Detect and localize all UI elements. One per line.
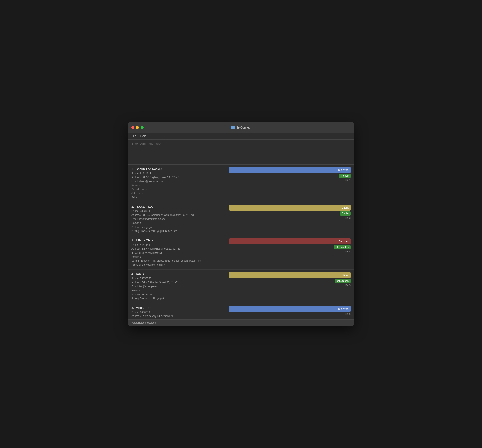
contact-item[interactable]: 3. Tiffany Chua Phone: 44444444Address: … [128,236,354,270]
contact-detail-line: Department: - [131,187,313,191]
maximize-button[interactable] [140,126,144,129]
contact-tag[interactable]: family [340,211,351,216]
contact-type-bar: Supplier [229,239,351,244]
command-input[interactable] [131,142,351,145]
menu-file[interactable]: File [131,134,136,138]
contact-right: Client colleagues ID: 5 [229,272,351,287]
menu-help[interactable]: Help [140,134,147,138]
contact-type-bar: Employee [229,306,351,312]
contact-id: ID: 6 [345,312,351,315]
contact-right: Client family ID: 3 [229,205,351,219]
contact-detail-line: Remark: [131,221,313,225]
contact-detail-line: Skills: [131,196,313,200]
contact-detail-line: Remark: [131,289,313,293]
contact-id: ID: 4 [345,250,351,253]
contact-type-bar: Client [229,272,351,278]
status-bar: ./data/netconnect.json [128,320,354,326]
command-bar [128,140,354,148]
contact-item[interactable]: 4. Tan Siru Phone: 55555555Address: Blk … [128,270,354,303]
traffic-lights [131,126,144,129]
window-title: NetConnect [231,126,251,129]
minimize-button[interactable] [136,126,139,129]
contact-detail-line: Terms of Service: low flexibility [131,263,313,267]
contact-detail-line: Remark: [131,183,313,187]
contact-item[interactable]: 5. Megan Tan Phone: 66666666Address: Pur… [128,303,354,319]
contact-tag[interactable]: classmates [334,245,351,249]
contact-id: ID: 1 [345,179,351,182]
contact-detail-line: Buying Products: milk, yogurt [131,297,313,301]
contact-id: ID: 3 [345,216,351,219]
contact-id: ID: 5 [345,284,351,287]
contact-right: Supplier classmates ID: 4 [229,239,351,253]
contact-detail-line: Preferences: yogurt [131,293,313,297]
title-label: NetConnect [236,126,251,129]
contacts-list: 1. Shaun The Rocker Phone: 91111111Addre… [128,165,354,320]
contact-detail-line: Remark: [131,255,313,259]
contact-right: Employee friends ID: 1 [229,167,351,182]
app-window: NetConnect File Help 1. Shaun The Rocker… [128,122,354,326]
contact-type-bar: Employee [229,167,351,173]
contact-tag[interactable]: friends [339,174,351,178]
contact-right: Employee ID: 6 [229,306,351,315]
contact-detail-line: Preferences: yogurt [131,225,313,229]
contact-detail-line: Selling Products: milk, bread, eggs, che… [131,259,313,263]
contact-item[interactable]: 2. Royston Lye Phone: 33333333Address: B… [128,202,354,236]
contact-detail-line: Job Title: - [131,191,313,195]
close-button[interactable] [131,126,134,129]
menu-bar: File Help [128,133,354,140]
file-path: ./data/netconnect.json [131,321,156,324]
contact-detail-line: Buying Products: milk, yogurt, butter, j… [131,229,313,233]
title-bar: NetConnect [128,122,354,133]
contact-type-bar: Client [229,205,351,211]
contact-detail-line: Email: megan@example.com [131,318,313,320]
contact-tag[interactable]: colleagues [334,279,351,283]
app-icon [231,126,234,129]
output-area [128,148,354,165]
contact-item[interactable]: 1. Shaun The Rocker Phone: 91111111Addre… [128,165,354,202]
